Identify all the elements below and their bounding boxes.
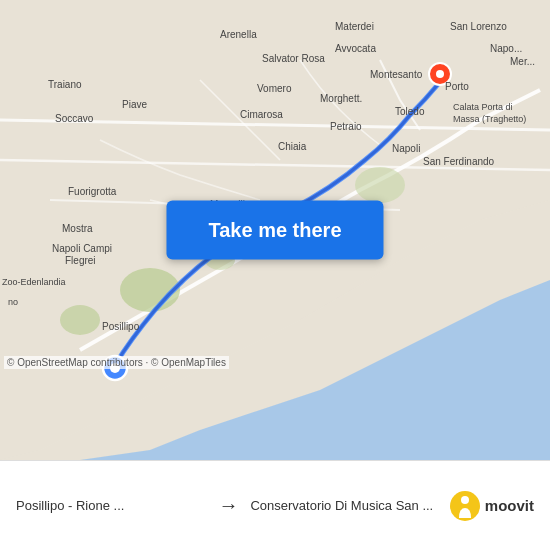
svg-text:Traiano: Traiano xyxy=(48,79,82,90)
svg-text:Avvocata: Avvocata xyxy=(335,43,376,54)
svg-text:Napoli Campi: Napoli Campi xyxy=(52,243,112,254)
svg-text:Petraio: Petraio xyxy=(330,121,362,132)
svg-text:Mer...: Mer... xyxy=(510,56,535,67)
arrow-section: → xyxy=(206,494,250,517)
svg-text:Montesanto: Montesanto xyxy=(370,69,423,80)
destination-section: Conservatorio Di Musica San ... xyxy=(250,498,440,513)
arrow-icon: → xyxy=(218,494,238,517)
map-container: Arenella Materdei Avvocata San Lorenzo S… xyxy=(0,0,550,460)
svg-text:Morghett.: Morghett. xyxy=(320,93,362,104)
destination-label: Conservatorio Di Musica San ... xyxy=(250,498,440,513)
moovit-text: moovit xyxy=(485,497,534,514)
svg-point-8 xyxy=(60,305,100,335)
map-attribution: © OpenStreetMap contributors · © OpenMap… xyxy=(4,356,229,369)
svg-text:Toledo: Toledo xyxy=(395,106,425,117)
svg-point-13 xyxy=(436,70,444,78)
svg-text:Vomero: Vomero xyxy=(257,83,292,94)
svg-text:Porto: Porto xyxy=(445,81,469,92)
svg-text:Cimarosa: Cimarosa xyxy=(240,109,283,120)
svg-text:Posillipo: Posillipo xyxy=(102,321,140,332)
origin-section: Posillipo - Rione ... xyxy=(16,498,206,513)
svg-point-46 xyxy=(461,496,469,504)
svg-text:Materdei: Materdei xyxy=(335,21,374,32)
origin-label: Posillipo - Rione ... xyxy=(16,498,206,513)
svg-text:Zoo-Edenlandia: Zoo-Edenlandia xyxy=(2,277,66,287)
svg-text:San Lorenzo: San Lorenzo xyxy=(450,21,507,32)
svg-text:Arenella: Arenella xyxy=(220,29,257,40)
take-me-there-button[interactable]: Take me there xyxy=(166,201,383,260)
svg-text:Salvator Rosa: Salvator Rosa xyxy=(262,53,325,64)
svg-text:Mostra: Mostra xyxy=(62,223,93,234)
svg-text:Soccavo: Soccavo xyxy=(55,113,94,124)
svg-text:Chiaia: Chiaia xyxy=(278,141,307,152)
svg-text:Calata Porta di: Calata Porta di xyxy=(453,102,513,112)
svg-text:Fuorigrotta: Fuorigrotta xyxy=(68,186,117,197)
moovit-logo: moovit xyxy=(449,490,534,522)
moovit-icon xyxy=(449,490,481,522)
svg-text:Napoli: Napoli xyxy=(392,143,420,154)
bottom-bar: Posillipo - Rione ... → Conservatorio Di… xyxy=(0,460,550,550)
svg-point-6 xyxy=(355,167,405,203)
svg-text:no: no xyxy=(8,297,18,307)
svg-text:Napo...: Napo... xyxy=(490,43,522,54)
svg-text:Massa (Traghetto): Massa (Traghetto) xyxy=(453,114,526,124)
svg-text:San Ferdinando: San Ferdinando xyxy=(423,156,495,167)
svg-text:Piave: Piave xyxy=(122,99,147,110)
svg-text:Flegrei: Flegrei xyxy=(65,255,96,266)
app: Arenella Materdei Avvocata San Lorenzo S… xyxy=(0,0,550,550)
